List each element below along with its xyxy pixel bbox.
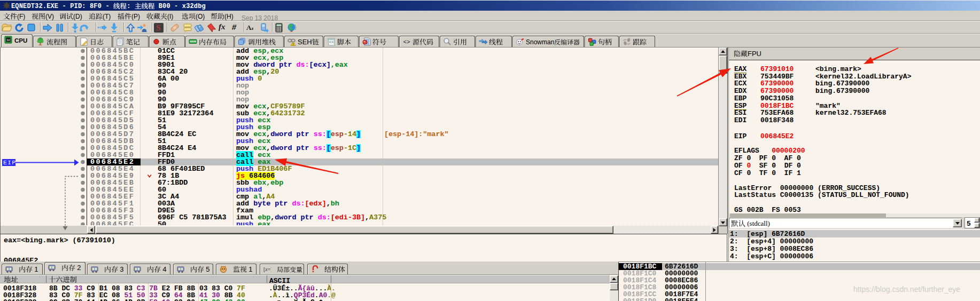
svg-text:32: 32 <box>6 38 10 42</box>
svg-text:!: ! <box>293 43 294 46</box>
svg-text:[x=]: [x=] <box>263 266 271 272</box>
svg-text:EIP: EIP <box>3 159 16 166</box>
svg-text:<>: <> <box>329 40 333 44</box>
svg-text:<>: <> <box>403 39 410 45</box>
